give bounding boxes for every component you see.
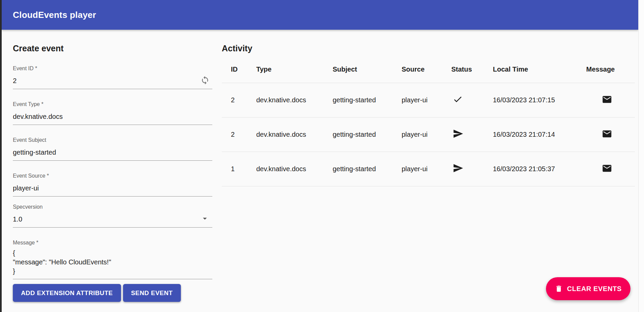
column-header-type: Type [247,53,324,83]
email-icon[interactable] [602,163,612,174]
cell-local-time: 16/03/2023 21:05:37 [484,152,577,186]
table-header-row: ID Type Subject Source Status Local Time… [222,53,635,83]
email-icon[interactable] [602,129,612,139]
add-extension-attribute-button[interactable]: ADD EXTENSION ATTRIBUTE [13,284,121,302]
table-row: 2dev.knative.docsgetting-startedplayer-u… [222,118,635,152]
cell-source: player-ui [392,83,442,118]
column-header-source: Source [392,53,442,83]
cell-message [577,118,635,152]
event-type-label: Event Type * [13,101,212,107]
cell-type: dev.knative.docs [247,83,324,118]
main-content: Create event Event ID * 2 Event Type * d… [2,30,638,312]
cell-source: player-ui [392,152,442,186]
event-source-field[interactable]: Event Source * player-ui [13,173,212,197]
column-header-status: Status [442,53,484,83]
vertical-scrollbar[interactable] [638,0,644,312]
clear-events-label: CLEAR EVENTS [567,285,622,293]
cell-id: 2 [222,118,247,152]
send-event-button[interactable]: SEND EVENT [123,284,181,302]
event-id-field[interactable]: Event ID * 2 [13,66,212,89]
cell-subject: getting-started [324,118,392,152]
create-event-panel: Create event Event ID * 2 Event Type * d… [13,43,212,302]
cell-source: player-ui [392,118,442,152]
table-row: 2dev.knative.docsgetting-startedplayer-u… [222,83,635,118]
trash-icon [555,285,563,293]
event-subject-label: Event Subject [13,137,212,143]
event-source-label: Event Source * [13,173,212,179]
cell-message [577,152,635,186]
cell-status [442,83,484,118]
specversion-select[interactable]: Specversion 1.0 [13,204,212,228]
event-type-value[interactable]: dev.knative.docs [13,112,212,125]
column-header-local-time: Local Time [484,53,577,83]
dropdown-arrow-icon[interactable] [200,214,210,223]
activity-panel: Activity ID Type Subject Source Status L… [222,43,635,186]
cell-status [442,118,484,152]
cell-id: 1 [222,152,247,186]
event-type-field[interactable]: Event Type * dev.knative.docs [13,101,212,125]
window-left-edge [0,0,2,312]
activity-table-body: 2dev.knative.docsgetting-startedplayer-u… [222,83,635,186]
cell-local-time: 16/03/2023 21:07:14 [484,118,577,152]
column-header-subject: Subject [324,53,392,83]
form-actions: ADD EXTENSION ATTRIBUTE SEND EVENT [13,284,212,302]
event-id-value[interactable]: 2 [13,76,212,89]
cell-type: dev.knative.docs [247,118,324,152]
table-row: 1dev.knative.docsgetting-startedplayer-u… [222,152,635,186]
message-value[interactable]: { "message": "Hello CloudEvents!" } [13,249,212,279]
column-header-message: Message [577,53,635,83]
cell-message [577,83,635,118]
event-source-value[interactable]: player-ui [13,184,212,196]
event-subject-value[interactable]: getting-started [13,148,212,160]
check-icon [453,94,463,104]
app-title: CloudEvents player [13,10,96,20]
activity-heading: Activity [222,43,635,53]
cell-subject: getting-started [324,83,392,118]
cell-status [442,152,484,186]
specversion-value[interactable]: 1.0 [13,215,212,227]
event-subject-field[interactable]: Event Subject getting-started [13,137,212,161]
send-icon [453,163,463,174]
message-label: Message * [13,240,212,246]
cell-local-time: 16/03/2023 21:07:15 [484,83,577,118]
column-header-id: ID [222,53,247,83]
cell-id: 2 [222,83,247,118]
event-id-label: Event ID * [13,66,212,72]
create-event-heading: Create event [13,43,212,53]
cell-subject: getting-started [324,152,392,186]
email-icon[interactable] [602,94,612,105]
cell-type: dev.knative.docs [247,152,324,186]
send-icon [453,128,463,139]
message-field[interactable]: Message * { "message": "Hello CloudEvent… [13,240,212,279]
activity-table: ID Type Subject Source Status Local Time… [222,53,635,186]
clear-events-button[interactable]: CLEAR EVENTS [546,277,630,300]
refresh-icon[interactable] [200,75,210,85]
app-header: CloudEvents player [2,0,638,30]
specversion-label: Specversion [13,204,212,210]
